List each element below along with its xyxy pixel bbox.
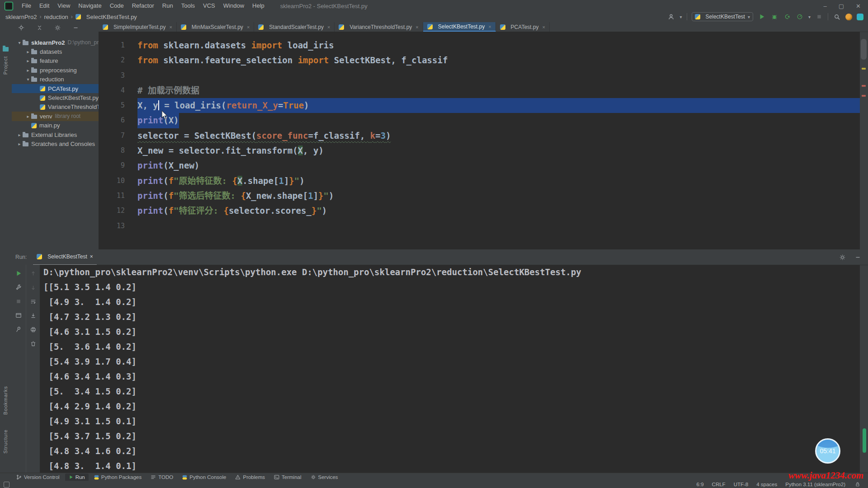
chevron-right-icon[interactable]: ▸ xyxy=(25,68,31,73)
menu-navigate[interactable]: Navigate xyxy=(74,2,105,9)
code-line[interactable]: 13 xyxy=(99,219,860,234)
soft-wrap-icon[interactable] xyxy=(29,297,37,305)
menu-vcs[interactable]: VCS xyxy=(199,2,219,9)
run-console-tab[interactable]: SelectKBestTest × xyxy=(33,249,96,265)
tree-item[interactable]: VarianceThresholdTest.py xyxy=(12,103,99,112)
tool-button-todo[interactable]: TODO xyxy=(147,474,177,481)
close-icon[interactable]: × xyxy=(90,253,93,260)
editor-tab[interactable]: StandardScalerTest.py× xyxy=(254,22,335,32)
code-editor[interactable]: 1from sklearn.datasets import load_iris2… xyxy=(99,32,860,249)
tree-item[interactable]: PCATest.py xyxy=(12,84,99,93)
close-icon[interactable]: × xyxy=(542,24,545,30)
tool-button-bookmarks[interactable]: Bookmarks xyxy=(3,386,8,415)
code-line[interactable]: 8X_new = selector.fit_transform(X, y) xyxy=(99,143,860,158)
debug-button[interactable] xyxy=(770,13,778,21)
chevron-right-icon[interactable]: ▸ xyxy=(25,49,31,54)
console-scrollbar-mark[interactable] xyxy=(863,428,866,453)
editor-tab[interactable]: PCATest.py× xyxy=(496,22,550,32)
menu-code[interactable]: Code xyxy=(106,2,128,9)
breadcrumb-item[interactable]: sklearnPro2 xyxy=(5,14,37,20)
close-icon[interactable]: × xyxy=(488,24,491,29)
editor-tab[interactable]: SimpleImputerTest.py× xyxy=(99,22,177,32)
run-config-select[interactable]: SelectKBestTest ▾ xyxy=(692,12,753,21)
lock-icon[interactable] xyxy=(854,480,862,488)
search-everywhere-icon[interactable] xyxy=(833,13,841,21)
menu-view[interactable]: View xyxy=(53,2,74,9)
code-line[interactable]: 12print(f"特征评分: {selector.scores_}") xyxy=(99,203,860,218)
code-line[interactable]: 2from sklearn.feature_selection import S… xyxy=(99,53,860,68)
tool-button-run[interactable]: Run xyxy=(65,474,89,481)
settings-gear-icon[interactable] xyxy=(838,253,846,261)
pin-tab-icon[interactable] xyxy=(14,325,23,333)
chevron-down-icon[interactable]: ▾ xyxy=(680,14,682,19)
edit-configuration-icon[interactable] xyxy=(14,283,23,291)
profiler-button[interactable] xyxy=(796,13,804,21)
close-icon[interactable]: × xyxy=(247,24,250,30)
run-console-output[interactable]: D:\python_pro\sklearnPro2\venv\Scripts\p… xyxy=(40,265,860,473)
tree-item[interactable]: ▾reduction xyxy=(12,75,99,84)
editor-scrollbar-thumb[interactable] xyxy=(861,39,867,60)
run-button[interactable] xyxy=(758,13,766,21)
menu-tools[interactable]: Tools xyxy=(177,2,199,9)
run-with-coverage-button[interactable] xyxy=(783,13,791,21)
tree-item[interactable]: ▾sklearnPro2D:\python_pro xyxy=(12,38,99,47)
tool-button-version-control[interactable]: Version Control xyxy=(13,474,63,481)
chevron-right-icon[interactable]: ▸ xyxy=(16,132,23,137)
locate-file-icon[interactable] xyxy=(17,23,25,32)
status-item[interactable]: 6:9 xyxy=(697,482,704,487)
close-icon[interactable]: × xyxy=(169,24,172,30)
tree-item[interactable]: ▸External Libraries xyxy=(12,130,99,139)
chevron-right-icon[interactable]: ▸ xyxy=(16,141,23,146)
editor-tab[interactable]: VarianceThresholdTest.py× xyxy=(335,22,423,32)
code-line[interactable]: 3 xyxy=(99,68,860,83)
tool-button-python-console[interactable]: Python Console xyxy=(179,474,230,481)
scroll-to-end-icon[interactable] xyxy=(29,311,37,319)
chevron-right-icon[interactable]: ▸ xyxy=(25,58,31,63)
rerun-button[interactable] xyxy=(14,269,23,277)
status-item[interactable]: Python 3.11 (sklearnPro2) xyxy=(785,482,845,487)
hide-panel-icon[interactable] xyxy=(854,253,862,261)
menu-help[interactable]: Help xyxy=(248,2,269,9)
editor-tab[interactable]: SelectKBestTest.py× xyxy=(423,22,496,32)
close-icon[interactable]: × xyxy=(415,24,418,30)
notification-badge-icon[interactable] xyxy=(845,14,852,20)
code-line[interactable]: 10print(f"原始特征数: {X.shape[1]}") xyxy=(99,174,860,188)
tree-item[interactable]: SelectKBestTest.py xyxy=(12,93,99,102)
project-folder-icon[interactable] xyxy=(3,47,9,52)
stripe-error-mark[interactable] xyxy=(862,85,866,87)
clear-console-icon[interactable] xyxy=(29,339,37,347)
stop-button[interactable] xyxy=(14,297,23,305)
tree-item[interactable]: ▸venvlibrary root xyxy=(12,112,99,121)
editor-tab[interactable]: MinMaxScalerTest.py× xyxy=(177,22,254,32)
menu-run[interactable]: Run xyxy=(158,2,177,9)
settings-gear-icon[interactable] xyxy=(53,23,61,32)
breadcrumb-item[interactable]: reduction xyxy=(44,14,68,20)
tool-button-services[interactable]: Services xyxy=(307,474,342,481)
tool-window-switcher-icon[interactable] xyxy=(4,482,9,488)
collapse-all-icon[interactable] xyxy=(35,23,43,32)
status-item[interactable]: 4 spaces xyxy=(756,482,777,487)
print-icon[interactable] xyxy=(29,325,37,333)
tool-button-problems[interactable]: Problems xyxy=(231,474,269,481)
close-icon[interactable]: ✕ xyxy=(856,3,861,9)
minimize-icon[interactable]: – xyxy=(824,3,827,9)
code-line[interactable]: 1from sklearn.datasets import load_iris xyxy=(99,38,860,53)
stripe-error-mark[interactable] xyxy=(862,95,866,97)
tree-item[interactable]: ▸datasets xyxy=(12,47,99,56)
chevron-down-icon[interactable]: ▾ xyxy=(808,14,811,19)
tool-button-terminal[interactable]: Terminal xyxy=(270,474,305,481)
down-stacktrace-icon[interactable] xyxy=(29,283,37,291)
chevron-down-icon[interactable]: ▾ xyxy=(25,77,31,82)
code-line[interactable]: 11print(f"筛选后特征数: {X_new.shape[1]}") xyxy=(99,188,860,203)
menu-refactor[interactable]: Refactor xyxy=(128,2,158,9)
menu-file[interactable]: File xyxy=(18,2,35,9)
status-item[interactable]: CRLF xyxy=(712,482,726,487)
up-stacktrace-icon[interactable] xyxy=(29,269,37,277)
tree-item[interactable]: main.py xyxy=(12,121,99,130)
menu-window[interactable]: Window xyxy=(219,2,248,9)
ide-plugin-icon[interactable] xyxy=(857,14,863,20)
code-line[interactable]: 9print(X_new) xyxy=(99,158,860,173)
chevron-right-icon[interactable]: ▸ xyxy=(25,114,31,119)
user-icon[interactable] xyxy=(667,13,675,21)
stripe-warning-mark[interactable] xyxy=(862,68,866,70)
